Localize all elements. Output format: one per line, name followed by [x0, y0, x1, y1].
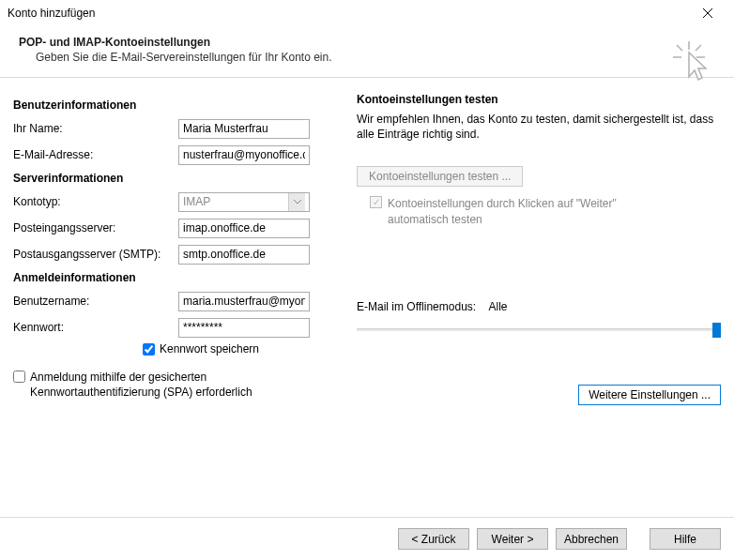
save-password-checkbox[interactable] — [143, 343, 155, 356]
spa-checkbox[interactable] — [13, 371, 25, 383]
auto-test-checkbox: ✓ — [370, 196, 382, 208]
password-label: Kennwort: — [13, 321, 178, 334]
account-type-value: IMAP — [183, 195, 210, 208]
email-input[interactable] — [178, 145, 310, 165]
window-title: Konto hinzufügen — [8, 7, 95, 20]
chevron-down-icon — [288, 193, 305, 211]
username-input[interactable] — [178, 292, 310, 311]
spa-label: Anmeldung mithilfe der gesicherten Kennw… — [30, 371, 293, 400]
incoming-server-input[interactable] — [178, 219, 310, 238]
back-button[interactable]: < Zurück — [398, 528, 469, 550]
header-subtitle: Geben Sie die E-Mail-Servereinstellungen… — [19, 51, 715, 64]
offline-mode-label: E-Mail im Offlinemodus: — [357, 300, 476, 313]
cancel-button[interactable]: Abbrechen — [556, 528, 627, 550]
login-info-heading: Anmeldeinformationen — [13, 271, 332, 284]
slider-thumb[interactable] — [712, 323, 721, 338]
outgoing-server-input[interactable] — [178, 245, 310, 265]
next-button[interactable]: Weiter > — [477, 528, 548, 550]
password-input[interactable] — [178, 318, 310, 338]
dialog-header: POP- und IMAP-Kontoeinstellungen Geben S… — [0, 26, 734, 78]
email-label: E-Mail-Adresse: — [13, 148, 178, 161]
test-settings-heading: Kontoeinstellungen testen — [357, 93, 721, 106]
header-title: POP- und IMAP-Kontoeinstellungen — [19, 36, 715, 49]
name-label: Ihr Name: — [13, 122, 178, 135]
more-settings-button[interactable]: Weitere Einstellungen ... — [578, 385, 721, 405]
dialog-footer: < Zurück Weiter > Abbrechen Hilfe — [0, 517, 734, 560]
svg-line-6 — [696, 45, 701, 51]
test-settings-text: Wir empfehlen Ihnen, das Konto zu testen… — [357, 112, 721, 142]
close-button[interactable] — [689, 3, 726, 23]
auto-test-label: Kontoeinstellungen durch Klicken auf "We… — [388, 196, 632, 226]
save-password-label: Kennwort speichern — [160, 342, 259, 356]
cursor-arrow-icon — [666, 39, 711, 84]
user-info-heading: Benutzerinformationen — [13, 98, 332, 112]
incoming-server-label: Posteingangsserver: — [13, 221, 178, 235]
account-type-select: IMAP — [178, 192, 310, 212]
server-info-heading: Serverinformationen — [13, 172, 332, 185]
account-type-label: Kontotyp: — [13, 195, 178, 208]
test-settings-button: Kontoeinstellungen testen ... — [357, 166, 523, 187]
slider-track — [357, 328, 721, 331]
help-button[interactable]: Hilfe — [650, 528, 721, 550]
username-label: Benutzername: — [13, 295, 178, 308]
offline-slider[interactable] — [357, 321, 721, 340]
offline-mode-value: Alle — [489, 300, 508, 313]
outgoing-server-label: Postausgangsserver (SMTP): — [13, 248, 178, 261]
close-icon — [703, 8, 712, 18]
name-input[interactable] — [178, 119, 310, 139]
svg-line-5 — [677, 45, 682, 51]
